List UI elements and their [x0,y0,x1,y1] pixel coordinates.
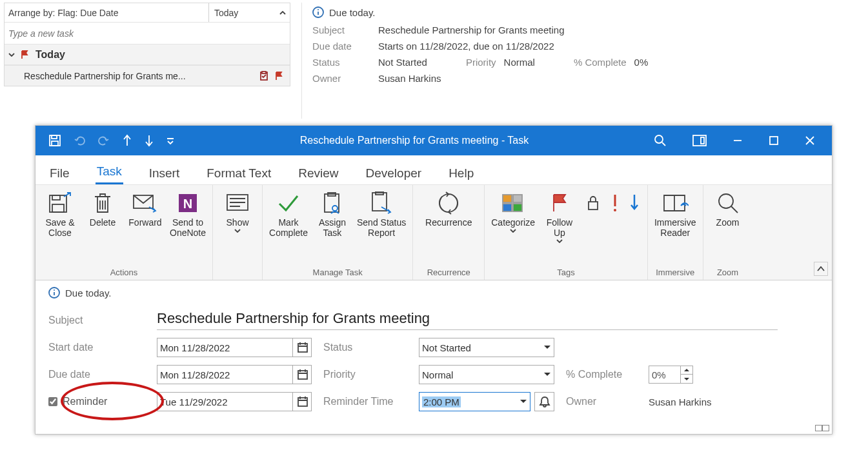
reminder-checkbox-row: Reminder [48,396,145,407]
reminder-sound-button[interactable] [534,392,554,411]
save-icon[interactable] [48,134,61,147]
ribbon-tabs: File Task Insert Format Text Review Deve… [35,155,832,185]
high-importance-button[interactable] [609,189,621,216]
immersive-reader-button[interactable]: Immersive Reader [654,189,696,238]
pct-complete-label: % Complete [566,369,637,380]
subject-field[interactable]: Reschedule Partnership for Grants meetin… [157,310,778,330]
resize-handle[interactable] [815,425,829,431]
tab-task[interactable]: Task [96,161,123,184]
private-button[interactable] [584,189,602,216]
due-date-picker[interactable]: Mon 11/28/2022 [157,365,312,384]
calendar-icon[interactable] [292,338,308,357]
arrange-by-row[interactable]: Arrange by: Flag: Due Date Today [5,3,290,23]
sort-filter-value: Today [214,8,238,18]
reminder-date-picker[interactable]: Tue 11/29/2022 [157,392,312,411]
chevron-down-icon [556,239,563,243]
tab-help[interactable]: Help [447,162,475,184]
undo-icon[interactable] [73,134,86,147]
svg-rect-5 [52,135,57,139]
ribbon-group-show: Show [213,185,263,280]
task-group-today[interactable]: Today [5,44,290,65]
tab-developer[interactable]: Developer [365,162,423,184]
recurrence-button[interactable]: Recurrence [419,189,478,228]
task-group-label: Today [35,49,65,61]
sort-filter-dropdown[interactable]: Today [208,3,286,22]
pct-complete-value: 0% [634,57,649,68]
ribbon-group-zoom: Zoom Zoom [703,185,752,280]
search-icon[interactable] [654,134,667,147]
priority-select[interactable]: Normal [419,365,554,384]
pct-complete-spinner[interactable]: 0% [649,366,778,384]
zoom-button[interactable]: Zoom [710,189,746,228]
window-title: Reschedule Partnership for Grants meetin… [175,135,654,146]
tab-review[interactable]: Review [297,162,339,184]
subject-label: Subject [48,315,145,326]
spin-up-icon[interactable] [681,366,692,375]
task-item-title: Reschedule Partnership for Grants me... [24,71,254,81]
customize-qat-icon[interactable] [166,136,175,145]
status-select[interactable]: Not Started [419,338,554,357]
start-date-picker[interactable]: Mon 11/28/2022 [157,338,312,357]
svg-rect-1 [262,72,266,73]
collapse-ribbon-button[interactable] [814,262,828,276]
show-button[interactable]: Show [219,189,256,233]
window-controls [654,134,832,147]
chevron-down-icon [543,345,551,350]
calendar-icon[interactable] [292,366,308,384]
window-titlebar: Reschedule Partnership for Grants meetin… [35,126,832,155]
owner-label: Owner [566,396,637,407]
reminder-time-select[interactable]: 2:00 PM [419,392,530,411]
chevron-up-icon [279,11,286,15]
chevron-down-icon [510,229,516,233]
spin-down-icon[interactable] [681,375,692,383]
send-to-onenote-button[interactable]: NSend to OneNote [170,189,206,238]
list-item[interactable]: Reschedule Partnership for Grants me... [5,65,290,86]
tab-file[interactable]: File [48,162,71,184]
calendar-icon[interactable] [292,393,308,411]
due-today-banner: Due today. [48,287,819,298]
next-item-icon[interactable] [144,134,154,147]
chevron-down-icon [8,53,15,57]
ribbon: Save & Close Delete Forward NSend to One… [35,185,832,280]
owner-value: Susan Harkins [649,396,778,407]
new-task-input[interactable] [5,28,290,39]
previous-item-icon[interactable] [122,134,132,147]
close-icon[interactable] [805,135,815,146]
tab-format-text[interactable]: Format Text [205,162,272,184]
svg-point-29 [719,194,733,208]
reminder-time-label: Reminder Time [323,396,407,407]
redo-icon[interactable] [97,134,110,147]
low-importance-button[interactable] [628,189,641,216]
due-date-label: Due date [312,41,377,52]
owner-label: Owner [312,73,377,84]
svg-rect-6 [52,141,58,146]
svg-point-3 [318,9,319,10]
assign-task-button[interactable]: Assign Task [314,189,350,238]
status-value: Not Started [378,57,427,68]
status-label: Status [323,342,407,353]
task-list-pane: Arrange by: Flag: Due Date Today Today R… [4,3,290,86]
due-today-banner: Due today. [312,6,855,18]
save-close-button[interactable]: Save & Close [42,189,78,238]
svg-point-28 [614,209,616,211]
reminder-checkbox[interactable] [48,397,57,406]
maximize-icon[interactable] [769,135,779,146]
flag-icon [20,50,30,60]
start-date-label: Start date [48,342,145,353]
follow-up-button[interactable]: Follow Up [541,189,578,243]
bell-icon [539,396,550,407]
flag-icon[interactable] [274,71,285,81]
switch-mode-icon[interactable] [692,135,707,146]
delete-button[interactable]: Delete [85,189,121,228]
ribbon-group-actions: Save & Close Delete Forward NSend to One… [35,185,213,280]
mark-complete-button[interactable]: Mark Complete [269,189,308,238]
info-icon [312,6,324,18]
send-status-report-button[interactable]: Send Status Report [357,189,406,238]
chevron-up-icon [817,266,825,271]
forward-button[interactable]: Forward [127,189,163,228]
categorize-button[interactable]: Categorize [491,189,535,233]
minimize-icon[interactable] [732,135,743,146]
due-today-text: Due today. [65,288,111,298]
tab-insert[interactable]: Insert [148,162,181,184]
subject-value: Reschedule Partnership for Grants meetin… [378,24,855,35]
